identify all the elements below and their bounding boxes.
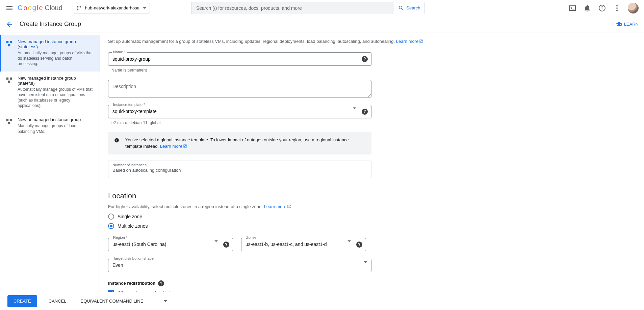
svg-point-5 <box>616 5 618 6</box>
hamburger-icon[interactable] <box>5 4 14 12</box>
svg-rect-10 <box>8 44 10 46</box>
zones-field[interactable]: Zones us-east1-b, us-east1-c, and us-eas… <box>241 238 366 251</box>
search-button[interactable]: Search <box>394 2 425 14</box>
equivalent-cmd-button[interactable]: EQUIVALENT COMMAND LINE <box>78 295 146 307</box>
description-input[interactable] <box>108 80 371 97</box>
radio-single-zone[interactable]: Single zone <box>108 214 430 220</box>
svg-point-0 <box>77 6 78 7</box>
location-heading: Location <box>108 192 430 200</box>
description-field[interactable] <box>108 80 371 97</box>
chevron-down-icon[interactable] <box>164 300 167 302</box>
radio-label: Single zone <box>118 214 142 219</box>
more-icon[interactable] <box>613 4 621 12</box>
logo-cloud-word: Cloud <box>45 4 62 12</box>
notifications-icon[interactable] <box>583 4 591 12</box>
mig-stateful-icon <box>5 76 13 84</box>
svg-point-1 <box>79 6 81 7</box>
svg-rect-8 <box>6 41 8 43</box>
back-icon[interactable] <box>5 20 14 28</box>
logo-letter: G <box>18 4 23 12</box>
unmanaged-icon <box>5 118 13 125</box>
radio-selected-icon <box>108 223 114 229</box>
svg-point-6 <box>616 7 618 9</box>
sidebar-item-title: New unmanaged instance group <box>18 117 94 122</box>
instance-template-field[interactable]: Instance template * squid-proxy-template… <box>108 105 371 118</box>
region-help-icon[interactable]: ? <box>223 242 229 248</box>
project-name: hub-network-alexanderhose <box>85 5 139 10</box>
cloud-shell-icon[interactable] <box>568 4 576 12</box>
svg-point-2 <box>77 8 78 10</box>
logo-letter: o <box>24 4 27 12</box>
logo-letter: g <box>32 4 36 12</box>
learn-more-link[interactable]: Learn more <box>264 204 291 209</box>
num-instances-value: Based on autoscaling configuration <box>112 168 367 173</box>
sidebar-item-unmanaged[interactable]: New unmanaged instance group Manually ma… <box>0 113 100 139</box>
help-icon[interactable]: ? <box>598 4 606 12</box>
subheader: Create Instance Group LEARN <box>0 16 644 32</box>
external-link-icon <box>287 204 291 208</box>
sidebar-item-title: New managed instance group (stateful) <box>18 76 94 86</box>
radio-multiple-zones[interactable]: Multiple zones <box>108 223 430 229</box>
name-input[interactable] <box>108 53 371 65</box>
chevron-down-icon <box>143 7 146 9</box>
search-placeholder: Search (/) for resources, docs, products… <box>196 5 302 11</box>
target-shape-field[interactable]: Target distribution shape Even <box>108 259 371 272</box>
region-label: Region * <box>112 235 129 239</box>
sidebar-item-stateless[interactable]: New managed instance group (stateless) A… <box>0 35 100 72</box>
name-label: Name * <box>112 50 127 54</box>
create-button[interactable]: CREATE <box>7 295 37 307</box>
redistribution-label: Instance redistribution <box>108 281 155 286</box>
name-help-icon[interactable]: ? <box>362 56 368 62</box>
logo-letter: e <box>39 4 43 12</box>
svg-text:?: ? <box>601 6 603 10</box>
redistribution-help-icon[interactable]: ? <box>158 280 164 286</box>
svg-point-7 <box>616 10 618 11</box>
region-field[interactable]: Region * us-east1 (South Carolina) ? <box>108 238 233 251</box>
search-icon <box>398 5 404 11</box>
svg-rect-16 <box>8 122 10 124</box>
learn-button[interactable]: LEARN <box>616 21 639 27</box>
info-banner: You've selected a global instance templa… <box>108 132 371 154</box>
sidebar-item-title: New managed instance group (stateless) <box>18 39 94 49</box>
instance-template-value: squid-proxy-template <box>108 105 371 114</box>
logo-letter: l <box>37 4 38 12</box>
location-intro-text: For higher availability, select multiple… <box>108 204 264 209</box>
gcloud-logo[interactable]: G o o g l e Cloud <box>18 4 62 12</box>
svg-rect-15 <box>10 119 12 121</box>
location-intro: For higher availability, select multiple… <box>108 204 430 210</box>
svg-rect-12 <box>10 77 12 79</box>
chevron-down-icon <box>353 107 356 114</box>
account-avatar[interactable] <box>628 3 639 13</box>
intro-copy: Set up automatic management for a group … <box>108 39 396 44</box>
learn-more-link[interactable]: Learn more <box>396 39 423 44</box>
cancel-button[interactable]: CANCEL <box>46 295 69 307</box>
sidebar-item-desc: Automatically manage groups of VMs that … <box>18 87 94 109</box>
external-link-icon <box>419 39 423 43</box>
sidebar-item-stateful[interactable]: New managed instance group (stateful) Au… <box>0 72 100 113</box>
footer-separator <box>155 297 155 306</box>
info-icon <box>114 137 119 143</box>
intro-text: Set up automatic management for a group … <box>108 38 430 45</box>
topbar-utilities: ? <box>568 3 639 13</box>
chevron-down-icon <box>347 240 351 247</box>
num-instances-label: Number of instances <box>112 163 367 167</box>
instance-template-help-icon[interactable]: ? <box>362 109 368 115</box>
sidebar-item-desc: Manually manage groups of load balancing… <box>18 123 94 134</box>
zones-help-icon[interactable]: ? <box>356 242 362 248</box>
zones-label: Zones <box>245 235 258 239</box>
radio-label: Multiple zones <box>118 223 148 229</box>
main-form: Set up automatic management for a group … <box>100 32 438 310</box>
search-input[interactable]: Search (/) for resources, docs, products… <box>191 2 394 14</box>
project-selector[interactable]: hub-network-alexanderhose <box>73 3 150 13</box>
learn-more-link[interactable]: Learn more <box>160 144 187 149</box>
external-link-icon <box>183 144 187 148</box>
svg-rect-9 <box>10 41 12 43</box>
svg-rect-13 <box>8 80 10 82</box>
svg-rect-14 <box>6 119 8 121</box>
name-field[interactable]: Name * ? <box>108 52 371 66</box>
footer: CREATE CANCEL EQUIVALENT COMMAND LINE <box>0 292 644 310</box>
svg-rect-19 <box>117 139 117 139</box>
chevron-down-icon <box>364 261 367 268</box>
topbar: G o o g l e Cloud hub-network-alexanderh… <box>0 0 644 16</box>
project-icon <box>76 5 82 11</box>
